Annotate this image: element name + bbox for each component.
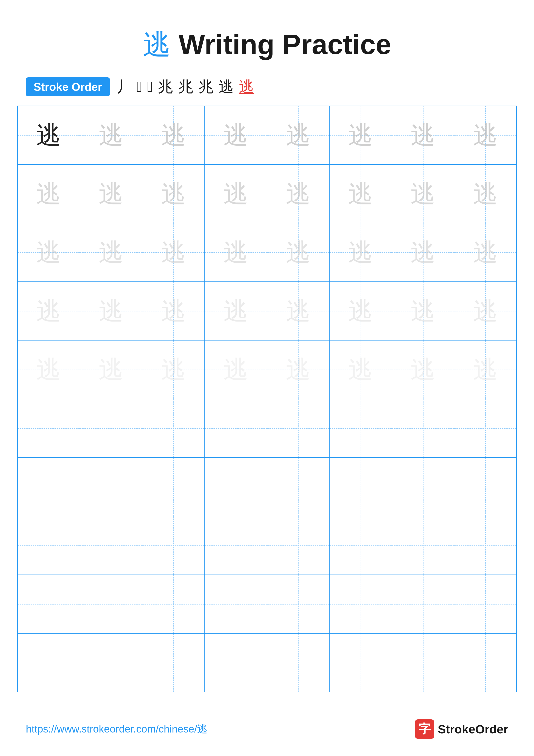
cell-r7c4[interactable]	[205, 458, 267, 516]
cell-r7c2[interactable]	[80, 458, 142, 516]
cell-r7c6[interactable]	[330, 458, 392, 516]
char-light: 逃	[36, 181, 61, 206]
cell-r2c6[interactable]: 逃	[330, 165, 392, 223]
cell-r1c1[interactable]: 逃	[18, 106, 80, 164]
cell-r2c1[interactable]: 逃	[18, 165, 80, 223]
cell-r8c1[interactable]	[18, 516, 80, 575]
cell-r2c8[interactable]: 逃	[454, 165, 516, 223]
char-light: 逃	[36, 299, 61, 323]
char-light: 逃	[473, 240, 498, 265]
cell-r1c3[interactable]: 逃	[142, 106, 205, 164]
cell-r7c5[interactable]	[267, 458, 330, 516]
cell-r7c7[interactable]	[392, 458, 454, 516]
cell-r1c7[interactable]: 逃	[392, 106, 454, 164]
guide-h	[142, 428, 204, 429]
guide-v	[423, 399, 423, 457]
guide-h	[392, 487, 454, 487]
cell-r5c2[interactable]: 逃	[80, 340, 142, 399]
cell-r9c8[interactable]	[454, 575, 516, 633]
cell-r5c1[interactable]: 逃	[18, 340, 80, 399]
cell-r8c2[interactable]	[80, 516, 142, 575]
cell-r7c1[interactable]	[18, 458, 80, 516]
cell-r3c8[interactable]: 逃	[454, 223, 516, 282]
cell-r7c3[interactable]	[142, 458, 205, 516]
cell-r6c8[interactable]	[454, 399, 516, 457]
cell-r4c8[interactable]: 逃	[454, 282, 516, 340]
cell-r6c2[interactable]	[80, 399, 142, 457]
cell-r3c7[interactable]: 逃	[392, 223, 454, 282]
guide-v	[423, 458, 423, 516]
cell-r2c7[interactable]: 逃	[392, 165, 454, 223]
cell-r3c1[interactable]: 逃	[18, 223, 80, 282]
cell-r3c3[interactable]: 逃	[142, 223, 205, 282]
cell-r4c1[interactable]: 逃	[18, 282, 80, 340]
cell-r3c5[interactable]: 逃	[267, 223, 330, 282]
cell-r9c5[interactable]	[267, 575, 330, 633]
cell-r6c3[interactable]	[142, 399, 205, 457]
cell-r10c7[interactable]	[392, 634, 454, 692]
cell-r2c5[interactable]: 逃	[267, 165, 330, 223]
footer-url-link[interactable]: https://www.strokeorder.com/chinese/逃	[26, 722, 207, 736]
cell-r8c7[interactable]	[392, 516, 454, 575]
cell-r8c3[interactable]	[142, 516, 205, 575]
cell-r10c3[interactable]	[142, 634, 205, 692]
guide-v	[236, 458, 236, 516]
cell-r8c6[interactable]	[330, 516, 392, 575]
cell-r9c4[interactable]	[205, 575, 267, 633]
cell-r4c7[interactable]: 逃	[392, 282, 454, 340]
guide-v	[236, 399, 236, 457]
cell-r9c1[interactable]	[18, 575, 80, 633]
cell-r2c4[interactable]: 逃	[205, 165, 267, 223]
cell-r9c6[interactable]	[330, 575, 392, 633]
char-light: 逃	[473, 299, 498, 323]
cell-r1c6[interactable]: 逃	[330, 106, 392, 164]
cell-r1c5[interactable]: 逃	[267, 106, 330, 164]
cell-r2c2[interactable]: 逃	[80, 165, 142, 223]
char-light: 逃	[223, 240, 248, 265]
cell-r10c1[interactable]	[18, 634, 80, 692]
cell-r1c2[interactable]: 逃	[80, 106, 142, 164]
cell-r6c6[interactable]	[330, 399, 392, 457]
cell-r5c5[interactable]: 逃	[267, 340, 330, 399]
guide-v	[49, 575, 49, 633]
guide-v	[361, 399, 361, 457]
cell-r6c5[interactable]	[267, 399, 330, 457]
cell-r10c2[interactable]	[80, 634, 142, 692]
practice-grid: 逃 逃 逃 逃 逃 逃 逃	[17, 106, 517, 692]
cell-r4c5[interactable]: 逃	[267, 282, 330, 340]
cell-r6c4[interactable]	[205, 399, 267, 457]
cell-r8c5[interactable]	[267, 516, 330, 575]
char-light: 逃	[286, 299, 311, 323]
cell-r5c3[interactable]: 逃	[142, 340, 205, 399]
cell-r10c6[interactable]	[330, 634, 392, 692]
cell-r9c7[interactable]	[392, 575, 454, 633]
cell-r7c8[interactable]	[454, 458, 516, 516]
cell-r9c3[interactable]	[142, 575, 205, 633]
char-light: 逃	[473, 181, 498, 206]
cell-r4c2[interactable]: 逃	[80, 282, 142, 340]
cell-r3c6[interactable]: 逃	[330, 223, 392, 282]
cell-r5c6[interactable]: 逃	[330, 340, 392, 399]
cell-r8c8[interactable]	[454, 516, 516, 575]
cell-r4c4[interactable]: 逃	[205, 282, 267, 340]
cell-r10c5[interactable]	[267, 634, 330, 692]
cell-r3c2[interactable]: 逃	[80, 223, 142, 282]
char-light: 逃	[161, 181, 186, 206]
cell-r4c3[interactable]: 逃	[142, 282, 205, 340]
cell-r10c8[interactable]	[454, 634, 516, 692]
cell-r5c4[interactable]: 逃	[205, 340, 267, 399]
cell-r10c4[interactable]	[205, 634, 267, 692]
cell-r3c4[interactable]: 逃	[205, 223, 267, 282]
cell-r8c4[interactable]	[205, 516, 267, 575]
cell-r5c7[interactable]: 逃	[392, 340, 454, 399]
cell-r2c3[interactable]: 逃	[142, 165, 205, 223]
cell-r4c6[interactable]: 逃	[330, 282, 392, 340]
cell-r1c8[interactable]: 逃	[454, 106, 516, 164]
guide-v	[111, 634, 111, 692]
cell-r6c1[interactable]	[18, 399, 80, 457]
cell-r1c4[interactable]: 逃	[205, 106, 267, 164]
cell-r9c2[interactable]	[80, 575, 142, 633]
cell-r5c8[interactable]: 逃	[454, 340, 516, 399]
char-light: 逃	[99, 123, 123, 148]
cell-r6c7[interactable]	[392, 399, 454, 457]
